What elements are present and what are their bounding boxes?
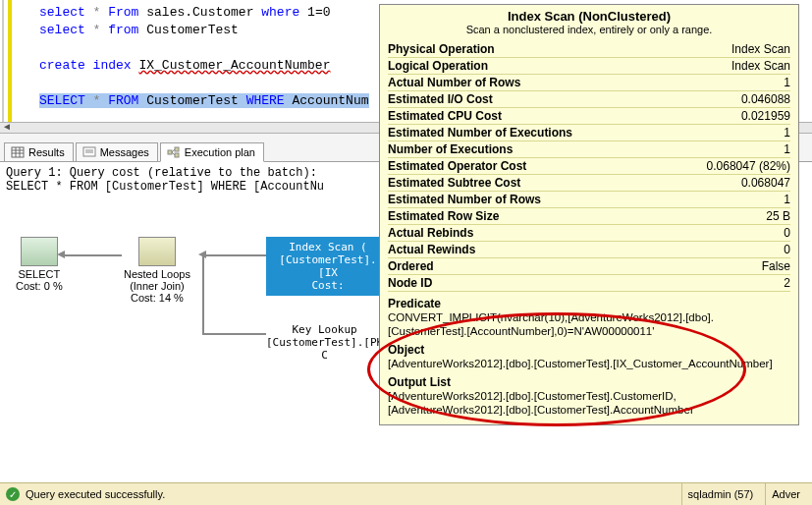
- property-value: Index Scan: [731, 42, 790, 56]
- property-label: Actual Number of Rows: [388, 76, 520, 89]
- tooltip-property-row: Logical OperationIndex Scan: [388, 58, 790, 75]
- tooltip-subtitle: Scan a nonclustered index, entirely or o…: [388, 24, 790, 35]
- tab-messages[interactable]: Messages: [76, 142, 158, 161]
- keyword: select: [39, 5, 85, 20]
- tooltip-property-row: Number of Executions1: [388, 141, 790, 158]
- tooltip-property-row: Estimated Row Size25 B: [388, 208, 790, 225]
- property-label: Estimated Operator Cost: [388, 159, 526, 173]
- tooltip-property-row: Estimated Number of Rows1: [388, 192, 790, 208]
- plan-arrow: [202, 333, 266, 335]
- svg-rect-8: [168, 150, 172, 154]
- tooltip-output-section: Output List [AdventureWorks2012].[dbo].[…: [388, 370, 790, 417]
- tooltip-property-row: Actual Rebinds0: [388, 225, 790, 242]
- property-value: 1: [784, 142, 790, 156]
- tooltip-property-row: Estimated Number of Executions1: [388, 125, 790, 141]
- property-value: 0: [784, 243, 790, 256]
- property-label: Estimated I/O Cost: [388, 92, 493, 106]
- plan-node-select[interactable]: SELECT Cost: 0 %: [16, 237, 63, 292]
- plan-node-nested-loops[interactable]: Nested Loops (Inner Join) Cost: 14 %: [124, 237, 190, 304]
- section-body: [AdventureWorks2012].[dbo].[CustomerTest…: [388, 389, 790, 417]
- property-value: 0.068047 (82%): [707, 159, 790, 173]
- tab-execution-plan[interactable]: Execution plan: [160, 142, 264, 162]
- tab-results[interactable]: Results: [4, 142, 74, 161]
- tooltip-property-row: Estimated Subtree Cost0.068047: [388, 175, 790, 192]
- node-sublabel: (Inner Join): [124, 280, 190, 292]
- operator-tooltip: Index Scan (NonClustered) Scan a nonclus…: [379, 4, 799, 425]
- scroll-left-icon[interactable]: ◄: [2, 121, 18, 135]
- section-body: [AdventureWorks2012].[dbo].[CustomerTest…: [388, 357, 790, 370]
- property-value: 0.021959: [741, 109, 790, 123]
- tooltip-property-row: Node ID2: [388, 275, 790, 292]
- messages-icon: [82, 146, 96, 158]
- node-sublabel: [CustomerTest].[IX: [274, 253, 382, 279]
- section-body: CONVERT_IMPLICIT(nvarchar(10),[Adventure…: [388, 310, 790, 338]
- arrow-head-icon: [57, 251, 65, 258]
- select-node-icon: [21, 237, 58, 266]
- status-db: Adver: [765, 483, 806, 505]
- property-value: Index Scan: [731, 59, 790, 73]
- nested-loops-icon: [138, 237, 176, 266]
- results-icon: [11, 146, 25, 158]
- tooltip-property-row: Actual Rewinds0: [388, 242, 790, 258]
- svg-rect-10: [175, 153, 179, 157]
- node-label: Index Scan (: [274, 241, 382, 253]
- property-value: 2: [784, 276, 790, 290]
- property-value: 0.046088: [741, 92, 790, 106]
- property-value: 0.068047: [741, 176, 790, 190]
- tooltip-property-row: Estimated CPU Cost0.021959: [388, 108, 790, 125]
- tooltip-property-row: Actual Number of Rows1: [388, 75, 790, 91]
- status-text: Query executed successfully.: [26, 488, 676, 500]
- section-title: Predicate: [388, 297, 790, 310]
- tooltip-property-row: OrderedFalse: [388, 258, 790, 275]
- tooltip-object-section: Object [AdventureWorks2012].[dbo].[Custo…: [388, 338, 790, 370]
- property-label: Estimated Number of Executions: [388, 126, 572, 140]
- status-bar: ✓ Query executed successfully. sqladmin …: [0, 482, 812, 505]
- node-label: Nested Loops: [124, 268, 190, 280]
- property-label: Actual Rebinds: [388, 226, 473, 240]
- section-title: Output List: [388, 375, 790, 389]
- execution-plan-icon: [167, 146, 181, 158]
- property-label: Estimated Row Size: [388, 209, 499, 223]
- property-value: 0: [784, 226, 790, 240]
- property-value: False: [762, 259, 790, 273]
- property-label: Physical Operation: [388, 42, 495, 56]
- tab-label: Execution plan: [185, 146, 255, 158]
- tooltip-title: Index Scan (NonClustered): [388, 9, 790, 24]
- property-value: 1: [784, 76, 790, 89]
- property-value: 1: [784, 126, 790, 140]
- node-cost: C: [266, 349, 383, 362]
- tab-label: Messages: [100, 146, 149, 158]
- plan-node-index-scan[interactable]: Index Scan ( [CustomerTest].[IX Cost:: [266, 237, 390, 296]
- node-cost: Cost: 0 %: [16, 280, 63, 292]
- property-label: Logical Operation: [388, 59, 488, 73]
- node-cost: Cost:: [274, 279, 382, 292]
- status-user: sqladmin (57): [681, 483, 760, 505]
- plan-arrow-vertical: [202, 254, 204, 335]
- plan-arrow: [202, 254, 266, 256]
- svg-rect-0: [12, 147, 24, 157]
- node-sublabel: [CustomerTest].[PK: [266, 336, 383, 349]
- node-label: SELECT: [16, 268, 63, 280]
- property-label: Node ID: [388, 276, 432, 290]
- property-label: Estimated Number of Rows: [388, 193, 541, 206]
- plan-arrow: [61, 254, 122, 256]
- property-label: Number of Executions: [388, 142, 513, 156]
- tab-label: Results: [28, 146, 65, 158]
- tooltip-property-row: Estimated Operator Cost0.068047 (82%): [388, 158, 790, 175]
- change-marker: [8, 0, 12, 122]
- svg-rect-9: [175, 147, 179, 151]
- section-title: Object: [388, 343, 790, 357]
- property-value: 1: [784, 193, 790, 206]
- property-value: 25 B: [766, 209, 790, 223]
- node-cost: Cost: 14 %: [124, 292, 190, 304]
- tooltip-predicate-section: Predicate CONVERT_IMPLICIT(nvarchar(10),…: [388, 292, 790, 338]
- property-label: Estimated Subtree Cost: [388, 176, 520, 190]
- property-label: Actual Rewinds: [388, 243, 475, 256]
- property-label: Ordered: [388, 259, 434, 273]
- plan-node-key-lookup[interactable]: Key Lookup [CustomerTest].[PK C: [266, 323, 383, 362]
- success-icon: ✓: [6, 487, 20, 501]
- node-label: Key Lookup: [266, 323, 383, 336]
- tooltip-property-row: Physical OperationIndex Scan: [388, 41, 790, 58]
- tooltip-properties: Physical OperationIndex ScanLogical Oper…: [388, 41, 790, 292]
- property-label: Estimated CPU Cost: [388, 109, 502, 123]
